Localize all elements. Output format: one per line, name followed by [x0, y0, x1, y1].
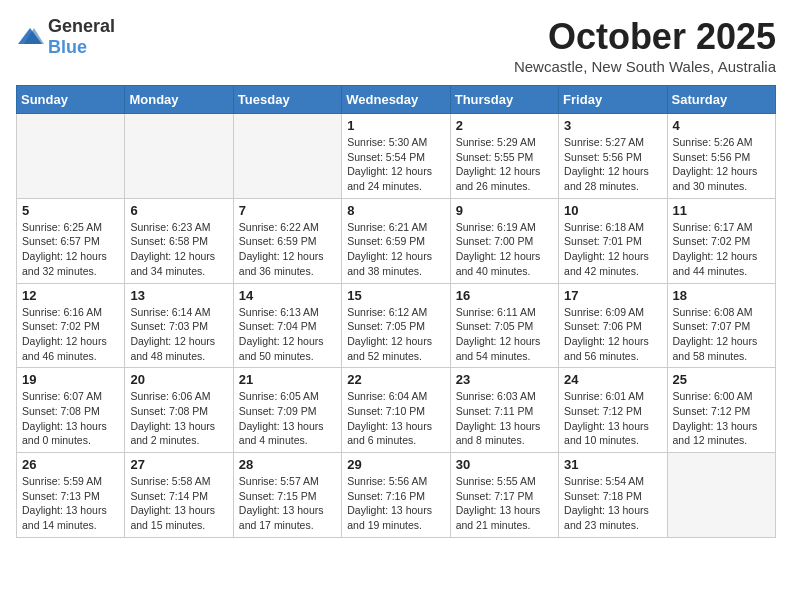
calendar-cell: 5Sunrise: 6:25 AM Sunset: 6:57 PM Daylig…: [17, 198, 125, 283]
day-number: 3: [564, 118, 661, 133]
calendar-cell: 11Sunrise: 6:17 AM Sunset: 7:02 PM Dayli…: [667, 198, 775, 283]
day-info: Sunrise: 5:27 AM Sunset: 5:56 PM Dayligh…: [564, 135, 661, 194]
day-number: 23: [456, 372, 553, 387]
calendar-cell: [125, 114, 233, 199]
day-number: 10: [564, 203, 661, 218]
calendar-week-1: 1Sunrise: 5:30 AM Sunset: 5:54 PM Daylig…: [17, 114, 776, 199]
day-number: 20: [130, 372, 227, 387]
calendar-cell: [667, 453, 775, 538]
day-number: 18: [673, 288, 770, 303]
day-number: 26: [22, 457, 119, 472]
weekday-header-sunday: Sunday: [17, 86, 125, 114]
calendar-cell: 17Sunrise: 6:09 AM Sunset: 7:06 PM Dayli…: [559, 283, 667, 368]
day-info: Sunrise: 6:14 AM Sunset: 7:03 PM Dayligh…: [130, 305, 227, 364]
day-number: 25: [673, 372, 770, 387]
day-info: Sunrise: 6:16 AM Sunset: 7:02 PM Dayligh…: [22, 305, 119, 364]
weekday-header-friday: Friday: [559, 86, 667, 114]
calendar-cell: 7Sunrise: 6:22 AM Sunset: 6:59 PM Daylig…: [233, 198, 341, 283]
day-number: 21: [239, 372, 336, 387]
calendar-cell: 2Sunrise: 5:29 AM Sunset: 5:55 PM Daylig…: [450, 114, 558, 199]
calendar-cell: 22Sunrise: 6:04 AM Sunset: 7:10 PM Dayli…: [342, 368, 450, 453]
calendar-cell: 23Sunrise: 6:03 AM Sunset: 7:11 PM Dayli…: [450, 368, 558, 453]
month-title: October 2025: [514, 16, 776, 58]
day-info: Sunrise: 6:19 AM Sunset: 7:00 PM Dayligh…: [456, 220, 553, 279]
logo: General Blue: [16, 16, 115, 58]
day-number: 27: [130, 457, 227, 472]
day-info: Sunrise: 5:55 AM Sunset: 7:17 PM Dayligh…: [456, 474, 553, 533]
calendar-cell: 29Sunrise: 5:56 AM Sunset: 7:16 PM Dayli…: [342, 453, 450, 538]
calendar-cell: 24Sunrise: 6:01 AM Sunset: 7:12 PM Dayli…: [559, 368, 667, 453]
day-info: Sunrise: 5:30 AM Sunset: 5:54 PM Dayligh…: [347, 135, 444, 194]
title-block: October 2025 Newcastle, New South Wales,…: [514, 16, 776, 75]
calendar-header-row: SundayMondayTuesdayWednesdayThursdayFrid…: [17, 86, 776, 114]
day-number: 28: [239, 457, 336, 472]
calendar-cell: 20Sunrise: 6:06 AM Sunset: 7:08 PM Dayli…: [125, 368, 233, 453]
calendar-cell: 16Sunrise: 6:11 AM Sunset: 7:05 PM Dayli…: [450, 283, 558, 368]
day-info: Sunrise: 6:11 AM Sunset: 7:05 PM Dayligh…: [456, 305, 553, 364]
calendar-cell: 15Sunrise: 6:12 AM Sunset: 7:05 PM Dayli…: [342, 283, 450, 368]
day-number: 12: [22, 288, 119, 303]
calendar-cell: 13Sunrise: 6:14 AM Sunset: 7:03 PM Dayli…: [125, 283, 233, 368]
day-number: 6: [130, 203, 227, 218]
calendar-cell: 18Sunrise: 6:08 AM Sunset: 7:07 PM Dayli…: [667, 283, 775, 368]
day-info: Sunrise: 6:23 AM Sunset: 6:58 PM Dayligh…: [130, 220, 227, 279]
calendar-cell: 9Sunrise: 6:19 AM Sunset: 7:00 PM Daylig…: [450, 198, 558, 283]
day-info: Sunrise: 6:04 AM Sunset: 7:10 PM Dayligh…: [347, 389, 444, 448]
calendar-cell: 26Sunrise: 5:59 AM Sunset: 7:13 PM Dayli…: [17, 453, 125, 538]
calendar-cell: 1Sunrise: 5:30 AM Sunset: 5:54 PM Daylig…: [342, 114, 450, 199]
day-info: Sunrise: 6:12 AM Sunset: 7:05 PM Dayligh…: [347, 305, 444, 364]
calendar-week-5: 26Sunrise: 5:59 AM Sunset: 7:13 PM Dayli…: [17, 453, 776, 538]
calendar-cell: 8Sunrise: 6:21 AM Sunset: 6:59 PM Daylig…: [342, 198, 450, 283]
calendar-cell: 31Sunrise: 5:54 AM Sunset: 7:18 PM Dayli…: [559, 453, 667, 538]
calendar-cell: 19Sunrise: 6:07 AM Sunset: 7:08 PM Dayli…: [17, 368, 125, 453]
weekday-header-thursday: Thursday: [450, 86, 558, 114]
day-number: 13: [130, 288, 227, 303]
day-number: 31: [564, 457, 661, 472]
calendar-cell: 28Sunrise: 5:57 AM Sunset: 7:15 PM Dayli…: [233, 453, 341, 538]
day-number: 24: [564, 372, 661, 387]
day-info: Sunrise: 6:06 AM Sunset: 7:08 PM Dayligh…: [130, 389, 227, 448]
day-info: Sunrise: 6:05 AM Sunset: 7:09 PM Dayligh…: [239, 389, 336, 448]
day-info: Sunrise: 6:00 AM Sunset: 7:12 PM Dayligh…: [673, 389, 770, 448]
logo-icon: [16, 26, 44, 48]
day-info: Sunrise: 5:56 AM Sunset: 7:16 PM Dayligh…: [347, 474, 444, 533]
day-info: Sunrise: 6:17 AM Sunset: 7:02 PM Dayligh…: [673, 220, 770, 279]
day-number: 4: [673, 118, 770, 133]
calendar-cell: 4Sunrise: 5:26 AM Sunset: 5:56 PM Daylig…: [667, 114, 775, 199]
day-info: Sunrise: 6:25 AM Sunset: 6:57 PM Dayligh…: [22, 220, 119, 279]
location-title: Newcastle, New South Wales, Australia: [514, 58, 776, 75]
day-number: 14: [239, 288, 336, 303]
calendar-cell: 6Sunrise: 6:23 AM Sunset: 6:58 PM Daylig…: [125, 198, 233, 283]
day-info: Sunrise: 6:22 AM Sunset: 6:59 PM Dayligh…: [239, 220, 336, 279]
day-info: Sunrise: 5:58 AM Sunset: 7:14 PM Dayligh…: [130, 474, 227, 533]
calendar-cell: 27Sunrise: 5:58 AM Sunset: 7:14 PM Dayli…: [125, 453, 233, 538]
day-number: 8: [347, 203, 444, 218]
day-number: 30: [456, 457, 553, 472]
logo-text-blue: Blue: [48, 37, 87, 57]
calendar-cell: 12Sunrise: 6:16 AM Sunset: 7:02 PM Dayli…: [17, 283, 125, 368]
calendar-cell: 3Sunrise: 5:27 AM Sunset: 5:56 PM Daylig…: [559, 114, 667, 199]
page-header: General Blue October 2025 Newcastle, New…: [16, 16, 776, 75]
calendar-cell: [17, 114, 125, 199]
day-info: Sunrise: 5:54 AM Sunset: 7:18 PM Dayligh…: [564, 474, 661, 533]
day-number: 16: [456, 288, 553, 303]
calendar-cell: [233, 114, 341, 199]
logo-text-general: General: [48, 16, 115, 36]
day-number: 11: [673, 203, 770, 218]
day-info: Sunrise: 6:03 AM Sunset: 7:11 PM Dayligh…: [456, 389, 553, 448]
calendar-cell: 30Sunrise: 5:55 AM Sunset: 7:17 PM Dayli…: [450, 453, 558, 538]
weekday-header-tuesday: Tuesday: [233, 86, 341, 114]
day-info: Sunrise: 6:07 AM Sunset: 7:08 PM Dayligh…: [22, 389, 119, 448]
day-info: Sunrise: 6:21 AM Sunset: 6:59 PM Dayligh…: [347, 220, 444, 279]
weekday-header-wednesday: Wednesday: [342, 86, 450, 114]
day-info: Sunrise: 6:08 AM Sunset: 7:07 PM Dayligh…: [673, 305, 770, 364]
calendar-cell: 25Sunrise: 6:00 AM Sunset: 7:12 PM Dayli…: [667, 368, 775, 453]
day-number: 22: [347, 372, 444, 387]
day-number: 7: [239, 203, 336, 218]
weekday-header-monday: Monday: [125, 86, 233, 114]
day-info: Sunrise: 6:01 AM Sunset: 7:12 PM Dayligh…: [564, 389, 661, 448]
day-info: Sunrise: 5:29 AM Sunset: 5:55 PM Dayligh…: [456, 135, 553, 194]
weekday-header-saturday: Saturday: [667, 86, 775, 114]
day-number: 19: [22, 372, 119, 387]
calendar-week-2: 5Sunrise: 6:25 AM Sunset: 6:57 PM Daylig…: [17, 198, 776, 283]
